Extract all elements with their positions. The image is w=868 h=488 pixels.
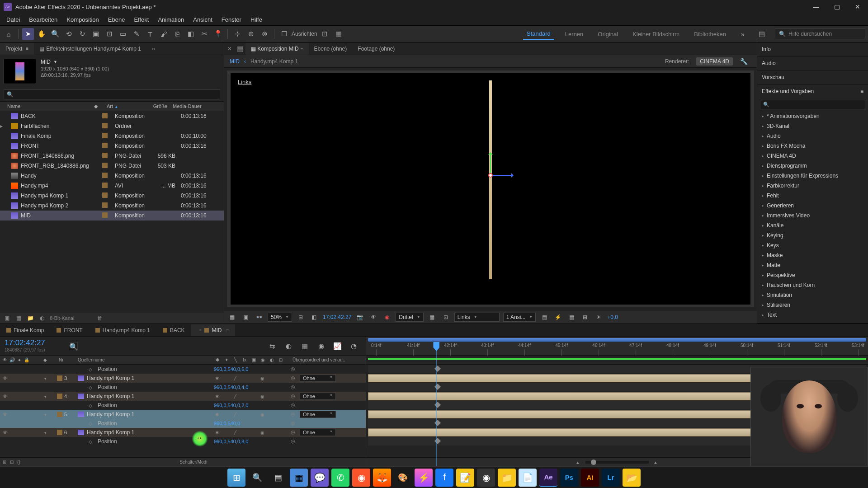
- project-item[interactable]: ▸FarbflächenOrdner: [0, 121, 224, 131]
- workspace-libs[interactable]: Bibliotheken: [690, 29, 730, 39]
- effect-category[interactable]: ▸Keying: [757, 230, 868, 240]
- trash-icon[interactable]: 🗑: [96, 314, 104, 322]
- effects-panel-header[interactable]: Effekte und Vorgaben≡: [757, 84, 868, 98]
- renderer-settings-icon[interactable]: 🔧: [736, 57, 751, 66]
- snap-checkbox[interactable]: ☐: [278, 28, 290, 40]
- exposure-reset-icon[interactable]: ☀: [594, 312, 604, 322]
- taskbar-app-facebook[interactable]: f: [435, 469, 453, 487]
- clone-tool[interactable]: ⎘: [171, 28, 183, 40]
- layer-row[interactable]: 👁▾6Handy.mp4 Komp 1✱╱◉◎Ohne: [0, 428, 366, 437]
- tab-layer[interactable]: Ebene (ohne): [309, 43, 353, 55]
- roi-icon[interactable]: ◧: [309, 312, 319, 322]
- zoom-dropdown[interactable]: 50%: [268, 313, 292, 322]
- taskbar-app-other[interactable]: 📂: [623, 469, 641, 487]
- col-type[interactable]: Art ▲: [107, 103, 146, 109]
- taskbar-app-obs[interactable]: ◉: [477, 469, 495, 487]
- taskbar-app-notes[interactable]: 📝: [456, 469, 474, 487]
- breadcrumb-root[interactable]: MID: [230, 58, 240, 65]
- menu-window[interactable]: Fenster: [217, 14, 246, 25]
- shy-icon[interactable]: ◔: [348, 340, 359, 352]
- menu-composition[interactable]: Komposition: [62, 14, 104, 25]
- comp-lock-icon[interactable]: ▤: [235, 44, 245, 53]
- project-item[interactable]: Handy.mp4AVI... MB0:00:13:16: [0, 181, 224, 191]
- interpret-footage-icon[interactable]: ▣: [3, 314, 11, 322]
- transparency-icon[interactable]: ▦: [427, 312, 437, 322]
- effect-category[interactable]: ▸* Animationsvorgaben: [757, 111, 868, 121]
- grid-toggle-icon[interactable]: ▣: [241, 312, 250, 322]
- brush-tool[interactable]: 🖌: [158, 28, 170, 40]
- taskbar-app-edge[interactable]: ▦: [290, 469, 308, 487]
- start-button[interactable]: ⊞: [227, 469, 245, 487]
- home-icon[interactable]: ⌂: [3, 28, 14, 40]
- workspace-standard[interactable]: Standard: [523, 28, 554, 40]
- pan-behind-tool[interactable]: ⊡: [104, 28, 115, 40]
- project-item[interactable]: FRONTKomposition0:00:13:16: [0, 141, 224, 151]
- taskbar-app-aftereffects[interactable]: Ae: [539, 469, 557, 487]
- workspace-overflow-icon[interactable]: »: [737, 28, 749, 40]
- timeline-search[interactable]: 🔍: [69, 342, 78, 350]
- effect-category[interactable]: ▸Keys: [757, 240, 868, 250]
- zoom-tool[interactable]: 🔍: [49, 28, 61, 40]
- taskbar-search-icon[interactable]: 🔍: [248, 469, 266, 487]
- project-item[interactable]: FRONT_1840886.pngPNG-Datei596 KB: [0, 151, 224, 161]
- snap-edge-icon[interactable]: ⊡: [319, 28, 331, 40]
- effect-category[interactable]: ▸Audio: [757, 131, 868, 141]
- menu-file[interactable]: Datei: [2, 14, 24, 25]
- tab-overflow[interactable]: »: [146, 43, 160, 55]
- zoom-out-icon[interactable]: ▲: [576, 460, 581, 465]
- taskbar-app-brave[interactable]: ◉: [352, 469, 370, 487]
- shape-tool[interactable]: ▭: [117, 28, 129, 40]
- view-dropdown[interactable]: Links: [454, 313, 500, 322]
- viewer-timecode[interactable]: 17:02:42:27: [323, 314, 351, 320]
- effect-category[interactable]: ▸Rauschen und Korn: [757, 280, 868, 290]
- zoom-in-icon[interactable]: ▲: [653, 460, 659, 465]
- timeline-icon[interactable]: ▦: [566, 312, 576, 322]
- tab-project[interactable]: Projekt≡: [0, 43, 34, 55]
- menu-view[interactable]: Ansicht: [189, 14, 217, 25]
- pixel-aspect-icon[interactable]: ▤: [539, 312, 549, 322]
- effect-category[interactable]: ▸CINEMA 4D: [757, 151, 868, 161]
- new-folder-icon[interactable]: 📁: [26, 314, 34, 322]
- rotate-tool[interactable]: ↻: [76, 28, 88, 40]
- motion-blur-icon[interactable]: ◉: [315, 340, 327, 352]
- frame-blend-icon[interactable]: ▦: [299, 340, 311, 352]
- adjustment-icon[interactable]: ◐: [38, 314, 46, 322]
- timeline-tab[interactable]: ×MID≡: [191, 324, 236, 336]
- toggle-inout-icon[interactable]: {}: [17, 460, 20, 465]
- local-axis-icon[interactable]: ⊹: [231, 28, 243, 40]
- world-axis-icon[interactable]: ⊕: [245, 28, 257, 40]
- timeline-tab[interactable]: BACK: [156, 324, 191, 336]
- puppet-tool[interactable]: 📍: [212, 28, 224, 40]
- effect-category[interactable]: ▸Text: [757, 310, 868, 320]
- col-name[interactable]: Name: [0, 103, 94, 109]
- toggle-switches-icon[interactable]: ⊞: [3, 460, 6, 465]
- resolution-dropdown[interactable]: Drittel: [396, 313, 423, 322]
- view-axis-icon[interactable]: ⊗: [259, 28, 270, 40]
- effects-search[interactable]: 🔍: [760, 100, 865, 109]
- layer-row[interactable]: 👁▾3Handy.mp4 Komp 1✱╱◉◎Ohne: [0, 374, 366, 383]
- workspace-menu-icon[interactable]: ▤: [756, 28, 768, 40]
- project-item[interactable]: Handy.mp4 Komp 2Komposition0:00:13:16: [0, 201, 224, 211]
- task-view-icon[interactable]: ▤: [269, 469, 287, 487]
- audio-panel-header[interactable]: Audio: [757, 56, 868, 70]
- maximize-button[interactable]: ▢: [826, 0, 847, 14]
- taskbar-app-illustrator[interactable]: Ai: [581, 469, 599, 487]
- effect-category[interactable]: ▸Fehlt: [757, 191, 868, 201]
- effect-category[interactable]: ▸Kanäle: [757, 221, 868, 230]
- col-parent[interactable]: Übergeordnet und verkn...: [289, 357, 366, 362]
- close-button[interactable]: ✕: [847, 0, 868, 14]
- menu-edit[interactable]: Bearbeiten: [24, 14, 62, 25]
- taskbar-app-teams[interactable]: 💬: [311, 469, 329, 487]
- tab-footage[interactable]: Footage (ohne): [352, 43, 400, 55]
- keyframe[interactable]: [434, 384, 441, 390]
- hand-tool[interactable]: ✋: [36, 28, 47, 40]
- taskbar-app-lightroom[interactable]: Lr: [602, 469, 620, 487]
- eraser-tool[interactable]: ◧: [185, 28, 197, 40]
- property-row[interactable]: Position960,0,540,0,6,0◎: [0, 365, 366, 374]
- taskbar-app-whatsapp[interactable]: ✆: [331, 469, 349, 487]
- project-item[interactable]: Finale KompKomposition0:00:10:00: [0, 131, 224, 141]
- property-row[interactable]: Position960,0,540,0◎: [0, 419, 366, 428]
- color-depth-button[interactable]: 8-Bit-Kanal: [50, 315, 74, 321]
- tab-composition[interactable]: ▦ Komposition MID≡: [245, 43, 309, 55]
- selection-tool[interactable]: ➤: [22, 28, 34, 40]
